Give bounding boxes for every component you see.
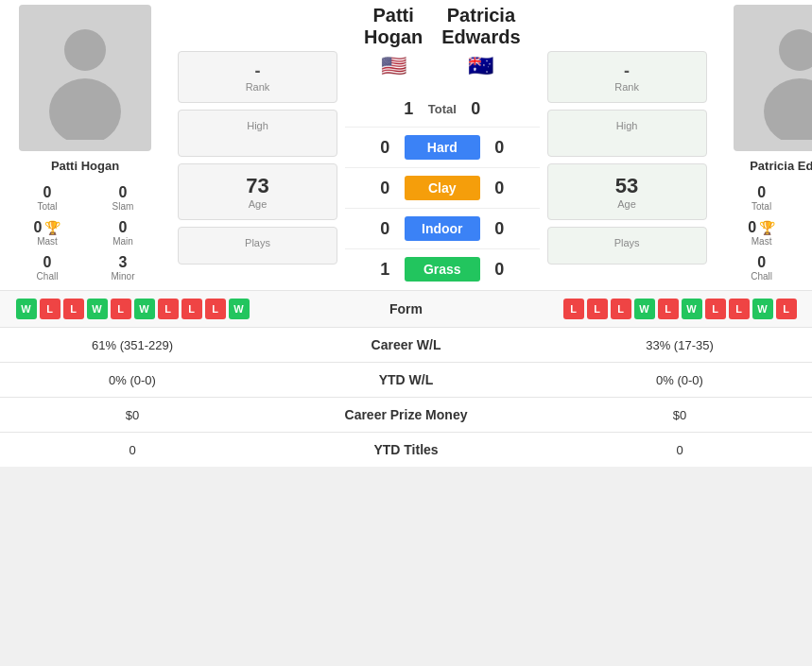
left-mast-cell: 0 🏆 Mast <box>9 215 85 250</box>
left-player-card: Patti Hogan 0 Total 0 Slam 0 🏆 Mast <box>0 0 170 290</box>
right-form-badge-container: LLLWLWLLWL <box>547 299 812 319</box>
stat-row-1: 61% (351-229)Career W/L33% (17-35) <box>0 327 812 362</box>
hard-left-score: 0 <box>373 138 397 158</box>
left-stats-grid: 0 Total 0 Slam 0 🏆 Mast 0 Main <box>9 180 161 285</box>
left-minor-value: 3 <box>87 254 159 271</box>
left-slam-value: 0 <box>87 184 159 201</box>
form-badge-w: W <box>87 299 108 319</box>
left-high-label: High <box>186 120 329 131</box>
right-chall-cell: 0 Chall <box>724 250 800 285</box>
right-age-label: Age <box>556 198 699 210</box>
grass-right-score: 0 <box>488 260 511 280</box>
form-badge-right-w: W <box>634 299 655 319</box>
right-total-cell: 0 Total <box>724 180 800 215</box>
grass-row: 1 Grass 0 <box>345 249 540 289</box>
left-chall-value: 0 <box>11 254 83 271</box>
right-total-value: 0 <box>726 184 798 201</box>
right-slam-cell: 0 Slam <box>800 180 812 215</box>
right-player-card: Patricia Edwards 0 Total 0 Slam 0 🏆 Mast <box>715 0 812 290</box>
form-badge-right-l: L <box>776 299 797 319</box>
left-slam-cell: 0 Slam <box>85 180 161 215</box>
right-rank-value: - <box>556 61 699 81</box>
total-left-score: 1 <box>397 99 421 119</box>
right-main-value: 0 <box>802 219 812 236</box>
stat-right-1: 33% (17-35) <box>547 338 812 352</box>
left-chall-label: Chall <box>11 271 83 282</box>
total-row: 1 Total 0 <box>345 90 540 128</box>
indoor-left-score: 0 <box>373 219 397 239</box>
right-high-label: High <box>556 120 699 131</box>
left-rank-box: - Rank <box>178 51 337 103</box>
left-mast-label: Mast <box>11 236 83 247</box>
clay-badge: Clay <box>405 176 480 200</box>
left-minor-cell: 3 Minor <box>85 250 161 285</box>
form-badge-right-l: L <box>729 299 750 319</box>
stat-left-1: 61% (351-229) <box>0 338 265 352</box>
stat-center-label-4: YTD Titles <box>265 442 547 457</box>
right-chall-value: 0 <box>726 254 798 271</box>
form-badge-l: L <box>205 299 226 319</box>
clay-left-score: 0 <box>373 179 397 198</box>
right-plays-box: Plays <box>547 227 707 265</box>
right-header-name: Patricia Edwards <box>432 0 529 50</box>
stat-right-2: 0% (0-0) <box>547 373 812 387</box>
right-age-value: 53 <box>556 174 699 198</box>
right-plays-label: Plays <box>556 237 699 248</box>
right-mast-value: 0 🏆 <box>726 219 798 236</box>
right-center-col: - Rank High 53 Age Plays <box>540 0 715 267</box>
right-age-box: 53 Age <box>547 163 707 220</box>
right-minor-value: 0 <box>802 254 812 271</box>
form-badge-right-l: L <box>658 299 679 319</box>
right-chall-label: Chall <box>726 271 798 282</box>
left-main-cell: 0 Main <box>85 215 161 250</box>
left-header-section: Patti Hogan 🇺🇸 <box>354 0 432 82</box>
left-minor-label: Minor <box>87 271 159 282</box>
form-badge-right-l: L <box>611 299 631 319</box>
left-total-label: Total <box>11 201 83 212</box>
left-flag: 🇺🇸 <box>354 54 432 78</box>
right-rank-box: - Rank <box>547 51 707 103</box>
svg-point-0 <box>64 29 106 71</box>
right-high-box: High <box>547 110 707 157</box>
stat-right-3: $0 <box>547 408 812 422</box>
form-badge-l: L <box>40 299 60 319</box>
grass-left-score: 1 <box>373 260 397 280</box>
left-rank-value: - <box>186 61 329 81</box>
left-age-label: Age <box>186 198 329 210</box>
total-right-score: 0 <box>464 99 488 119</box>
left-plays-box: Plays <box>178 227 337 265</box>
court-section: Patti Hogan 🇺🇸 Patricia Edwards 🇦🇺 1 Tot… <box>345 0 540 289</box>
left-total-cell: 0 Total <box>9 180 85 215</box>
form-badge-w: W <box>16 299 37 319</box>
left-trophy-icon: 🏆 <box>44 220 60 235</box>
form-center-label: Form <box>265 301 547 316</box>
form-badge-w: W <box>229 299 250 319</box>
right-stats-grid: 0 Total 0 Slam 0 🏆 Mast 0 Main <box>724 180 812 285</box>
right-rank-label: Rank <box>556 81 699 93</box>
stat-right-4: 0 <box>547 443 812 457</box>
left-main-label: Main <box>87 236 159 247</box>
stat-center-label-3: Career Prize Money <box>265 407 547 422</box>
form-badge-l: L <box>181 299 202 319</box>
left-age-box: 73 Age <box>178 163 337 220</box>
stat-left-2: 0% (0-0) <box>0 373 265 387</box>
grass-badge: Grass <box>405 257 480 282</box>
right-minor-cell: 0 Minor <box>800 250 812 285</box>
svg-point-2 <box>779 29 812 71</box>
right-mast-cell: 0 🏆 Mast <box>724 215 800 250</box>
clay-row: 0 Clay 0 <box>345 168 540 209</box>
stat-row-3: $0Career Prize Money$0 <box>0 397 812 432</box>
right-total-label: Total <box>726 201 798 212</box>
total-label: Total <box>428 102 457 116</box>
left-high-box: High <box>178 110 337 157</box>
right-mast-label: Mast <box>726 236 798 247</box>
right-minor-label: Minor <box>802 271 812 282</box>
right-form-badges: LLLWLWLLWL <box>547 299 812 319</box>
form-badge-l: L <box>158 299 179 319</box>
hard-row: 0 Hard 0 <box>345 128 540 168</box>
form-badge-right-l: L <box>563 299 584 319</box>
left-avatar <box>19 5 151 151</box>
right-slam-value: 0 <box>802 184 812 201</box>
right-trophy-icon: 🏆 <box>759 220 775 235</box>
clay-right-score: 0 <box>488 179 511 198</box>
